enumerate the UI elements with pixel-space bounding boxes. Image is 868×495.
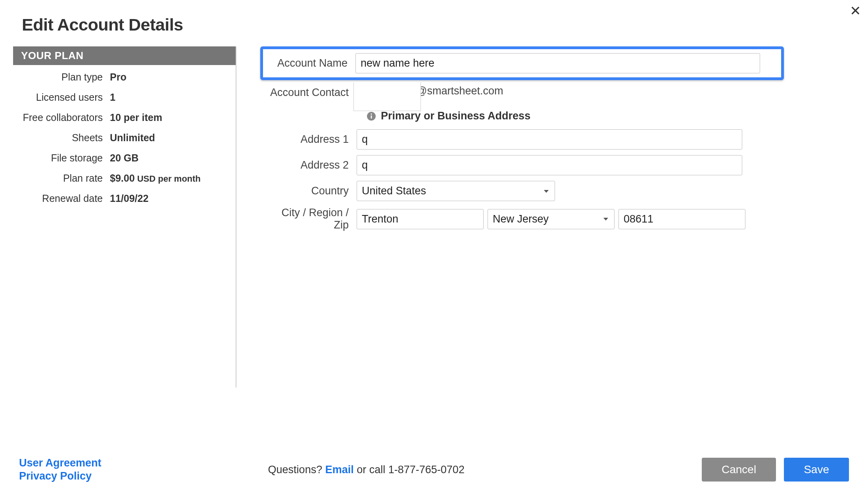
save-button[interactable]: Save (784, 458, 849, 482)
plan-type-value: Pro (110, 71, 127, 83)
licensed-users-label: Licensed users (13, 92, 110, 103)
city-region-zip-label: City / Region / Zip (264, 207, 357, 231)
address2-label: Address 2 (264, 159, 357, 171)
account-contact-redaction (353, 82, 421, 111)
info-icon (367, 111, 376, 121)
address1-label: Address 1 (264, 133, 357, 146)
page-title: Edit Account Details (22, 15, 868, 35)
plan-row-renewal-date: Renewal date 11/09/22 (13, 193, 236, 204)
address1-input[interactable] (357, 129, 742, 150)
plan-type-label: Plan type (13, 71, 110, 83)
region-select[interactable] (488, 209, 615, 229)
privacy-policy-link[interactable]: Privacy Policy (19, 470, 102, 482)
close-icon[interactable]: ✕ (850, 4, 861, 17)
address-section-title: Primary or Business Address (381, 110, 530, 122)
account-name-input[interactable] (355, 53, 760, 73)
plan-rate-label: Plan rate (13, 173, 110, 184)
user-agreement-link[interactable]: User Agreement (19, 457, 102, 469)
plan-row-file-storage: File storage 20 GB (13, 152, 236, 164)
zip-input[interactable] (618, 209, 745, 229)
form-area: Account Name Account Contact @smartsheet… (236, 46, 868, 388)
city-input[interactable] (357, 209, 484, 229)
account-name-label: Account Name (271, 57, 355, 69)
email-link[interactable]: Email (325, 464, 354, 476)
sheets-value: Unlimited (110, 132, 155, 144)
country-label: Country (264, 185, 357, 197)
address2-input[interactable] (357, 155, 742, 175)
account-contact-row: Account Contact @smartsheet.com (264, 85, 868, 99)
sidebar-plan: YOUR PLAN Plan type Pro Licensed users 1… (13, 46, 236, 388)
country-select[interactable] (357, 181, 555, 201)
renewal-date-label: Renewal date (13, 193, 110, 204)
address2-row: Address 2 (264, 155, 868, 175)
questions-prefix: Questions? (268, 464, 325, 476)
plan-row-sheets: Sheets Unlimited (13, 132, 236, 144)
plan-section-header: YOUR PLAN (13, 46, 236, 65)
main-content: YOUR PLAN Plan type Pro Licensed users 1… (13, 46, 868, 388)
plan-row-plan-type: Plan type Pro (13, 71, 236, 83)
svg-point-2 (371, 113, 372, 115)
account-name-row: Account Name (260, 46, 784, 80)
plan-row-plan-rate: Plan rate $9.00 USD per month (13, 173, 236, 184)
address1-row: Address 1 (264, 129, 868, 150)
plan-rate-value: $9.00 USD per month (110, 173, 201, 184)
svg-rect-1 (371, 115, 372, 119)
account-contact-label: Account Contact (264, 85, 357, 99)
country-row: Country (264, 181, 868, 201)
footer-questions: Questions? Email or call 1-877-765-0702 (268, 464, 465, 476)
free-collaborators-value: 10 per item (110, 112, 162, 123)
plan-row-free-collaborators: Free collaborators 10 per item (13, 112, 236, 123)
questions-suffix: or call 1-877-765-0702 (354, 464, 465, 476)
free-collaborators-label: Free collaborators (13, 112, 110, 123)
licensed-users-value: 1 (110, 92, 115, 103)
cancel-button[interactable]: Cancel (702, 458, 776, 482)
file-storage-label: File storage (13, 152, 110, 164)
footer: User Agreement Privacy Policy Questions?… (0, 457, 868, 482)
sheets-label: Sheets (13, 132, 110, 144)
footer-links: User Agreement Privacy Policy (19, 457, 102, 482)
city-region-zip-row: City / Region / Zip (264, 207, 868, 231)
address-section-header: Primary or Business Address (367, 110, 868, 122)
file-storage-value: 20 GB (110, 152, 138, 164)
renewal-date-value: 11/09/22 (110, 193, 148, 204)
footer-buttons: Cancel Save (702, 458, 849, 482)
plan-row-licensed-users: Licensed users 1 (13, 92, 236, 103)
